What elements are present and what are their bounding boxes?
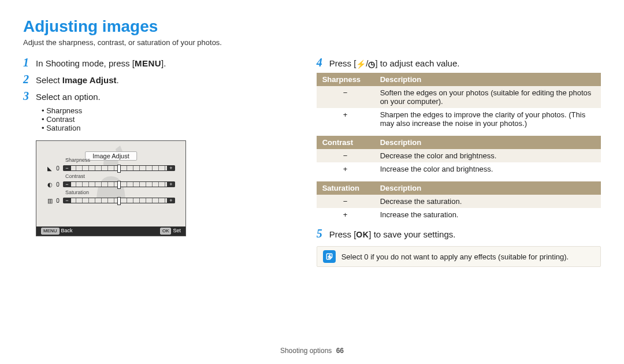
contrast-table: ContrastDescription −Decrease the color …: [317, 136, 601, 176]
slider-value: 0: [54, 181, 62, 188]
intro-text: Adjust the sharpness, contrast, or satur…: [23, 38, 601, 47]
ok-tag: OK: [160, 228, 172, 235]
step-number: 4: [317, 56, 329, 69]
step-2: 2 Select Image Adjust.: [23, 73, 282, 86]
table-cell: +: [317, 162, 374, 176]
sharpness-icon: ◣: [46, 164, 54, 172]
step-3-text: Select an option.: [36, 92, 101, 102]
slider-thumb: [117, 181, 121, 189]
note-icon: [323, 250, 336, 263]
table-cell: Sharpen the edges to improve the clarity…: [374, 108, 601, 130]
table-cell: −: [317, 149, 374, 162]
step-4-post: ] to adjust each value.: [375, 58, 459, 68]
slider-thumb: [117, 197, 121, 205]
step-2-post: .: [117, 75, 119, 85]
list-item: Contrast: [42, 115, 282, 124]
table-cell: Increase the color and brightness.: [374, 162, 601, 176]
slider-value: 0: [54, 198, 62, 204]
slider-label-contrast: Contrast: [65, 173, 85, 179]
left-column: 1 In Shooting mode, press [MENU]. 2 Sele…: [23, 56, 282, 267]
th-saturation: Saturation: [317, 181, 374, 195]
right-column: 4 Press [⚡/◷] to adjust each value. Shar…: [317, 56, 601, 267]
step-number: 5: [317, 227, 329, 240]
table-cell: Decrease the saturation.: [374, 195, 601, 208]
contrast-icon: ◐: [46, 180, 54, 188]
saturation-table: SaturationDescription −Decrease the satu…: [317, 181, 601, 221]
lcd-footer: MENUBack OKSet: [36, 226, 185, 236]
step-5-pre: Press [: [329, 229, 356, 239]
step-4: 4 Press [⚡/◷] to adjust each value.: [317, 56, 601, 69]
step-1-text-pre: In Shooting mode, press [: [36, 58, 135, 68]
table-cell: −: [317, 195, 374, 208]
table-cell: +: [317, 208, 374, 221]
table-cell: +: [317, 108, 374, 130]
th-description: Description: [374, 73, 601, 86]
ok-button-label: OK: [356, 230, 369, 239]
sharpness-table: SharpnessDescription −Soften the edges o…: [317, 73, 601, 130]
footer-section: Shooting options: [280, 347, 332, 355]
step-2-bold: Image Adjust: [62, 75, 117, 85]
table-cell: Soften the edges on your photos (suitabl…: [374, 86, 601, 108]
note-box: Select 0 if you do not want to apply any…: [317, 246, 601, 267]
th-contrast: Contrast: [317, 136, 374, 149]
step-5: 5 Press [OK] to save your settings.: [317, 227, 601, 240]
page-footer: Shooting options 66: [0, 347, 624, 355]
step-1: 1 In Shooting mode, press [MENU].: [23, 56, 282, 69]
step-5-post: ] to save your settings.: [369, 229, 455, 239]
list-item: Saturation: [42, 124, 282, 132]
timer-icon: ◷: [368, 60, 375, 69]
step-1-text-post: ].: [161, 58, 166, 68]
slider-bar: [63, 165, 175, 171]
slider-bar: [63, 181, 175, 187]
saturation-icon: ▥: [46, 196, 54, 205]
step-number: 3: [23, 90, 36, 103]
step-number: 2: [23, 73, 36, 86]
step-number: 1: [23, 56, 36, 69]
lcd-title: Image Adjust: [85, 151, 137, 161]
option-sub-list: Sharpness Contrast Saturation: [42, 106, 282, 132]
flash-icon: ⚡: [356, 60, 366, 69]
th-description: Description: [374, 136, 601, 149]
footer-page-number: 66: [336, 347, 344, 355]
lcd-back-label: Back: [61, 228, 73, 233]
step-2-pre: Select: [36, 75, 62, 85]
note-text: Select 0 if you do not want to apply any…: [341, 252, 569, 261]
table-cell: Decrease the color and brightness.: [374, 149, 601, 162]
lcd-preview: Image Adjust Sharpness ◣ 0 Contrast ◐: [36, 140, 186, 236]
th-sharpness: Sharpness: [317, 73, 374, 86]
slider-value: 0: [54, 165, 62, 172]
slider-label-sharpness: Sharpness: [65, 157, 90, 163]
list-item: Sharpness: [42, 106, 282, 115]
menu-tag: MENU: [41, 228, 60, 235]
menu-button-label: MENU: [135, 58, 161, 68]
slider-thumb: [117, 165, 121, 173]
lcd-set-label: Set: [173, 228, 181, 233]
step-4-pre: Press [: [329, 58, 356, 68]
step-3: 3 Select an option.: [23, 90, 282, 103]
slider-label-saturation: Saturation: [65, 190, 89, 195]
th-description: Description: [374, 181, 601, 195]
table-cell: Increase the saturation.: [374, 208, 601, 221]
table-cell: −: [317, 86, 374, 108]
page-title: Adjusting images: [23, 17, 601, 36]
slider-bar: [63, 198, 175, 203]
